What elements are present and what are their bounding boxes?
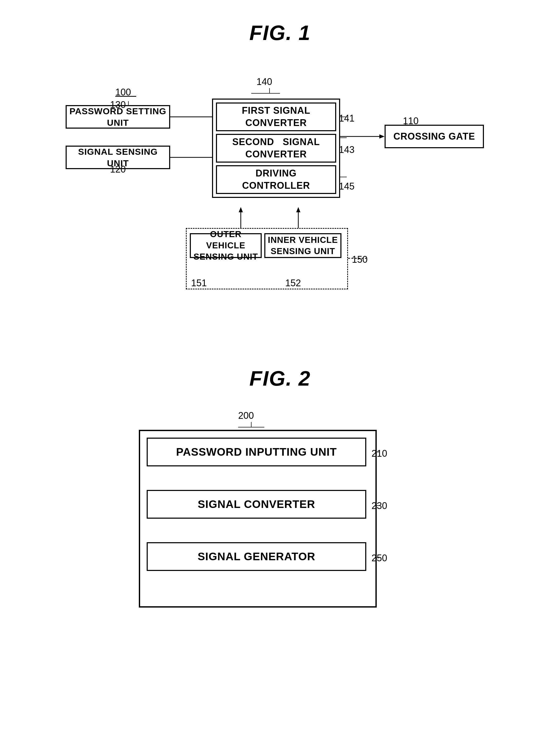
second-signal-converter-box: SECOND SIGNAL CONVERTER (216, 134, 336, 163)
signal-generator-box: SIGNAL GENERATOR (147, 542, 366, 571)
driving-controller-box: DRIVING CONTROLLER (216, 165, 336, 194)
label-141: 141 (339, 113, 355, 124)
label-210: 210 (372, 448, 387, 459)
label-140: 140 (257, 76, 272, 87)
label-152: 152 (285, 278, 301, 289)
label-151: 151 (191, 278, 207, 289)
page: FIG. 1 (0, 0, 560, 755)
label-110: 110 (403, 116, 419, 126)
fig2-container: 200 PASSWORD INPUTTING UNIT 210 SIGNAL C… (123, 406, 437, 615)
outer-vehicle-sensing-unit-box: OUTER VEHICLE SENSING UNIT (190, 233, 262, 258)
first-signal-converter-box: FIRST SIGNAL CONVERTER (216, 102, 336, 131)
label-250: 250 (372, 553, 387, 564)
inner-vehicle-sensing-unit-box: INNER VEHICLE SENSING UNIT (264, 233, 341, 258)
signal-converter-box: SIGNAL CONVERTER (147, 490, 366, 519)
fig1-title: FIG. 1 (249, 21, 311, 45)
label-230: 230 (372, 501, 387, 511)
fig1-container: 100 140 PASSWORD SETTING UNIT 130 SIGNAL… (58, 61, 502, 335)
dashed-line-150 (348, 258, 369, 259)
label-200: 200 (238, 410, 254, 421)
svg-marker-9 (296, 207, 300, 212)
label-150: 150 (352, 254, 367, 265)
svg-marker-7 (239, 207, 243, 212)
label-120: 120 (110, 164, 126, 175)
password-inputting-unit-box: PASSWORD INPUTTING UNIT (147, 437, 366, 466)
label-143: 143 (339, 144, 355, 155)
fig2-title: FIG. 2 (249, 367, 311, 391)
svg-marker-5 (379, 135, 384, 139)
crossing-gate-box: CROSSING GATE (384, 125, 484, 148)
label-130: 130 (110, 99, 126, 110)
label-145: 145 (339, 181, 355, 192)
